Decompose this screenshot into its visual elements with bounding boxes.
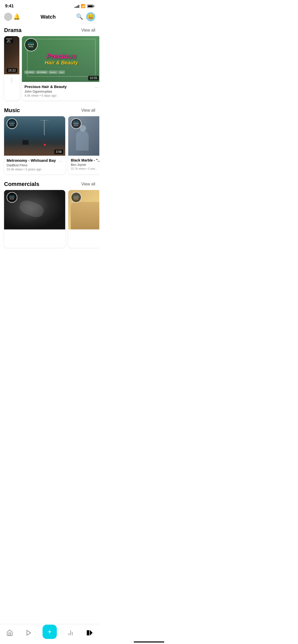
status-icons: 📶 — [75, 4, 94, 8]
scroll-content: Drama View all 15:22 TORONTOINT'LMOTFI..… — [0, 24, 99, 272]
commercials-title: Commercials — [4, 181, 39, 187]
metronomy-title: Metronomy - Whitsand Bay — [7, 158, 59, 163]
signal-icon — [75, 4, 79, 8]
drama-cards-row: 15:22 TORONTOINT'LMOTFI... Prec — [0, 36, 99, 105]
metronomy-meta: 33.4k views • 3 years ago — [7, 168, 59, 171]
award-shorts: shorts — [58, 71, 65, 74]
metronomy-card[interactable]: vimeo STAFFPICK 3:58 Metronomy - Whitsan… — [4, 116, 65, 174]
music-title: Music — [4, 107, 20, 114]
header: 🔔 Watch 🔍 😄 — [0, 10, 99, 24]
header-left: 🔔 — [4, 13, 20, 21]
page-title: Watch — [20, 14, 76, 20]
duration-badge-precious: 10:55 — [88, 76, 99, 80]
metronomy-author: DadBod Films — [7, 163, 59, 167]
precious-hair-card[interactable]: Precious Hair & Beauty vimeo STAFFPICK B… — [22, 36, 99, 100]
precious-title: Precious Hair & Beauty — [24, 84, 94, 89]
commercials-view-all[interactable]: View all — [81, 182, 95, 186]
black-marble-meta: 22.7k views • 3 yea... — [71, 167, 99, 170]
wifi-icon: 📶 — [81, 4, 86, 8]
tiff-badge: TORONTOINT'LMOTFI... — [5, 38, 13, 43]
music-view-all[interactable]: View all — [81, 108, 95, 113]
commercials-section-header: Commercials View all — [0, 178, 99, 190]
staff-pick-commercial1: vimeo STAFFPICK — [7, 192, 17, 203]
commercial-2-info — [68, 229, 99, 248]
music-section-header: Music View all — [0, 105, 99, 116]
precious-meta: 4.0k views • 5 days ago — [24, 94, 94, 97]
black-marble-card[interactable]: vimeo STAFFPICK Black Marble - "... Ben … — [68, 116, 99, 174]
staff-pick-commercial2: vimeo STAFFPICK — [71, 192, 82, 203]
commercial-2-card[interactable]: vimeo STAFFPICK — [68, 190, 99, 248]
award-bfi: BFI LONDON — [24, 71, 35, 74]
commercial-1-card[interactable]: vimeo STAFFPICK — [4, 190, 65, 248]
commercials-cards-row: vimeo STAFFPICK vimeo — [0, 190, 99, 252]
avatar[interactable]: 😄 — [86, 12, 95, 21]
avatar-small — [4, 13, 12, 21]
staff-pick-blackmarble: vimeo STAFFPICK — [71, 118, 82, 129]
award-sundance: Sundance — [49, 71, 57, 74]
battery-icon — [87, 5, 94, 8]
music-cards-row: vimeo STAFFPICK 3:58 Metronomy - Whitsan… — [0, 116, 99, 178]
drama-title: Drama — [4, 27, 21, 34]
status-time: 9:41 — [5, 4, 14, 9]
status-bar: 9:41 📶 — [0, 0, 99, 10]
staff-pick-metronomy: vimeo STAFFPICK — [7, 118, 17, 129]
staff-pick-badge: vimeo STAFFPICK — [24, 38, 38, 51]
metronomy-card-info: Metronomy - Whitsand Bay DadBod Films 33… — [4, 156, 65, 174]
black-marble-info: Black Marble - "... Ben Joyner 22.7k vie… — [68, 156, 99, 173]
black-marble-title: Black Marble - "... — [71, 158, 99, 162]
metronomy-duration: 3:58 — [54, 150, 63, 154]
precious-card-info: Precious Hair & Beauty John Ogunmuyiwa 4… — [22, 82, 99, 100]
duration-badge: 15:22 — [7, 68, 17, 73]
drama-partial-left-card[interactable]: 15:22 TORONTOINT'LMOTFI... — [4, 36, 19, 100]
partial-dots — [4, 74, 19, 86]
search-icon[interactable]: 🔍 — [76, 13, 83, 20]
metronomy-more-icon[interactable]: ··· — [59, 158, 63, 164]
awards-row: BFI LONDON BIFA NOMINEE Sundance shorts — [24, 71, 98, 74]
drama-view-all[interactable]: View all — [81, 28, 95, 33]
header-right: 🔍 😄 — [76, 12, 95, 21]
precious-author: John Ogunmuyiwa — [24, 90, 94, 93]
commercial-1-info — [4, 229, 65, 248]
drama-section-header: Drama View all — [0, 24, 99, 36]
black-marble-author: Ben Joyner — [71, 163, 99, 167]
bell-icon[interactable]: 🔔 — [13, 13, 20, 20]
award-bifa: BIFA NOMINEE — [36, 71, 48, 74]
more-options-icon[interactable]: ··· — [94, 84, 98, 90]
